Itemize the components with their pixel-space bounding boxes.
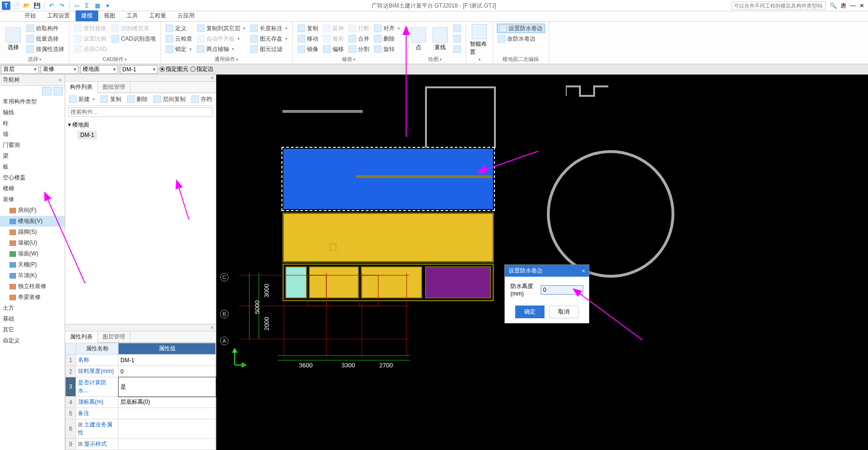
group-general-label[interactable]: 通用操作 [165, 55, 289, 63]
tab-drawing-manage[interactable]: 图纸管理 [98, 82, 130, 93]
tab-cloud[interactable]: 云应用 [172, 10, 200, 21]
delete-button[interactable]: 删除 [373, 34, 401, 43]
set-waterproof-edge-button[interactable]: 设置防水卷边 [497, 24, 545, 33]
help-search-input[interactable] [732, 1, 826, 10]
copy-member-button[interactable]: 复制 [100, 94, 122, 104]
nav-item[interactable]: 楼梯 [0, 183, 65, 194]
dialog-close-icon[interactable]: × [582, 268, 585, 274]
nav-item[interactable]: 自定义 [0, 335, 65, 346]
tab-project-settings[interactable]: 工程设置 [42, 10, 76, 21]
nav-item[interactable]: 吊顶(K) [0, 270, 65, 281]
tab-property-list[interactable]: 属性列表 [65, 331, 98, 343]
complist-search-input[interactable] [68, 107, 213, 117]
nav-item[interactable]: 墙裙(U) [0, 238, 65, 248]
minimize-icon[interactable]: — [850, 2, 856, 9]
dialog-cancel-button[interactable]: 取消 [549, 306, 579, 318]
nav-item[interactable]: 基础 [0, 314, 65, 324]
nav-item[interactable]: 空心楼盖 [0, 172, 65, 183]
nav-item[interactable]: 房间(F) [0, 205, 65, 216]
tab-view[interactable]: 视图 [98, 10, 121, 21]
floor-combo[interactable]: 首层 [1, 65, 39, 74]
property-row[interactable]: 1名称DM-1 [66, 355, 216, 366]
move-button[interactable]: 移动 [297, 34, 319, 43]
nav-view-tree-icon[interactable] [53, 87, 63, 95]
table-icon[interactable]: ▦ [93, 1, 102, 10]
property-row[interactable]: 2块料厚度(mm)0 [66, 366, 216, 377]
nav-item[interactable]: 天棚(P) [0, 259, 65, 270]
member-combo[interactable]: DM-1 [120, 65, 158, 74]
close-icon[interactable]: ✕ [859, 2, 864, 9]
nav-item[interactable]: 楼地面(V) [0, 216, 65, 227]
category-combo[interactable]: 装修 [41, 65, 78, 74]
viewport[interactable]: C B A 3000 2000 5000 3600 3300 2700 设置防水… [216, 75, 868, 450]
nav-tree[interactable]: 常用构件类型轴线柱墙门窗洞梁板空心楼盖楼梯装修房间(F)楼地面(V)踢脚(S)墙… [0, 96, 65, 450]
element-filter-button[interactable]: 图元过滤 [249, 44, 289, 54]
length-dim-button[interactable]: 长度标注 [249, 24, 289, 33]
tab-modeling[interactable]: 建模 [76, 10, 98, 21]
offset-button[interactable]: 偏移 [322, 44, 345, 54]
nav-item[interactable]: 其它 [0, 324, 65, 335]
draw-opt1-button[interactable] [452, 24, 462, 33]
cloud-check-button[interactable]: 云检查 [165, 34, 193, 43]
cad-recognize-options-button[interactable]: CAD识别选项 [111, 34, 156, 43]
group-draw-label[interactable]: 绘图 [409, 55, 462, 63]
tab-component-list[interactable]: 构件列表 [65, 82, 98, 93]
nav-item[interactable]: 常用构件类型 [0, 96, 65, 107]
delete-member-button[interactable]: 删除 [126, 94, 149, 104]
new-member-button[interactable]: 新建 [68, 94, 96, 104]
nav-item[interactable]: 梁 [0, 151, 65, 161]
sum-icon[interactable]: Σ [82, 1, 92, 10]
batch-select-button[interactable]: 批量选择 [26, 34, 65, 43]
region-icon[interactable]: ▭ [72, 1, 81, 10]
align-button[interactable]: 对齐 [373, 24, 401, 33]
pick-member-button[interactable]: 拾取构件 [26, 24, 65, 33]
waterproof-height-input[interactable] [541, 285, 583, 295]
nav-item[interactable]: 柱 [0, 118, 65, 129]
tab-tools[interactable]: 工具 [121, 10, 144, 21]
rotate-button[interactable]: 旋转 [373, 44, 401, 54]
merge-button[interactable]: 合并 [348, 34, 370, 43]
archive-button[interactable]: 存档 [190, 94, 213, 104]
property-row[interactable]: 4顶标高(m)层底标高(0) [66, 397, 216, 408]
property-row[interactable]: 5备注 [66, 408, 216, 419]
nav-item[interactable]: 板 [0, 161, 65, 172]
mirror-button[interactable]: 镜像 [297, 44, 319, 54]
select-by-prop-button[interactable]: 按属性选择 [26, 44, 65, 54]
line-button[interactable]: 直线 [431, 24, 450, 55]
property-table[interactable]: 属性名称 属性值 1名称DM-12块料厚度(mm)03是否计算防水...是4顶标… [65, 343, 216, 450]
floor-copy-button[interactable]: 层间复制 [153, 94, 187, 104]
nav-item[interactable]: 独立柱装修 [0, 281, 65, 292]
nav-item[interactable]: 门窗洞 [0, 140, 65, 151]
two-point-axis-button[interactable]: 两点辅轴 [196, 44, 247, 54]
dropdown-icon[interactable]: ▾ [103, 1, 112, 10]
type-combo[interactable]: 楼地面 [80, 65, 118, 74]
nav-item[interactable]: 土方 [0, 303, 65, 314]
undo-icon[interactable]: ↶ [47, 1, 56, 10]
nav-item[interactable]: 轴线 [0, 107, 65, 118]
radio-by-edge[interactable]: 指定边 [190, 65, 213, 73]
nav-item[interactable]: 踢脚(S) [0, 227, 65, 238]
property-row[interactable]: 9显示样式 [66, 439, 216, 450]
copy-button[interactable]: 复制 [297, 24, 319, 33]
nav-item[interactable]: 装修 [0, 194, 65, 205]
nav-item[interactable]: 墙 [0, 129, 65, 140]
group-modify-label[interactable]: 修改 [297, 55, 401, 63]
select-button[interactable]: 选择 [4, 24, 23, 55]
modify-waterproof-edge-button[interactable]: 改防水卷边 [497, 34, 545, 43]
props-close-icon[interactable]: × [211, 324, 214, 331]
nav-item[interactable]: 单梁装修 [0, 292, 65, 303]
nav-item[interactable]: 墙面(W) [0, 248, 65, 259]
nav-tree-close-icon[interactable]: × [59, 77, 62, 84]
split-button[interactable]: 分割 [348, 44, 370, 54]
redo-icon[interactable]: ↷ [57, 1, 67, 10]
component-tree[interactable]: ▾ 楼地面 DM-1 [65, 118, 216, 324]
tab-quantity[interactable]: 工程量 [144, 10, 172, 21]
search-icon[interactable]: 🔍 [830, 2, 837, 9]
point-button[interactable]: 点 [409, 24, 428, 55]
new-icon[interactable]: 📄 [11, 1, 21, 10]
copy-to-floor-button[interactable]: 复制到其它层 [196, 24, 247, 33]
nav-view-list-icon[interactable] [42, 87, 51, 95]
element-save-button[interactable]: 图元存盘 [249, 34, 289, 43]
radio-by-element[interactable]: 指定图元 [160, 65, 188, 73]
dialog-header[interactable]: 设置防水卷边 × [505, 265, 589, 277]
